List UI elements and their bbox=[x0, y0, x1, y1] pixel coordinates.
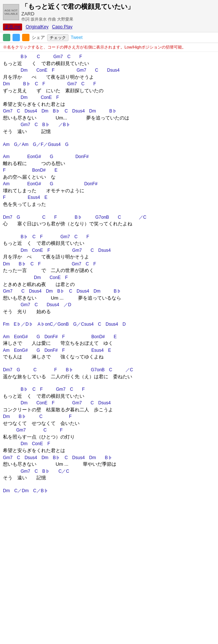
chord-line: Gm7 C Dsus4 ／D bbox=[3, 302, 215, 308]
toolbar-icon-3 bbox=[22, 34, 29, 41]
section-9: B♭ C F Gm7 C F もっと近 く で君の横顔見ていたい Dm ConE… bbox=[3, 387, 215, 482]
lyric-line: たった一言 で 二人の世界が謎めく bbox=[3, 267, 215, 274]
lyric-line: あの空へ届くといい な bbox=[3, 173, 215, 181]
section-7: Am EonG# G DonF# F BonD# E 淋しさで 人は愛に 苛立ち… bbox=[3, 334, 215, 361]
lyric-line: 心 塞ぐ日はいつも君が傍（となり）で笑ってくれたよね bbox=[3, 220, 215, 228]
section-6: Fm E♭／D♭ A♭onC／GonB G／Csus4 C Dsus4 D bbox=[3, 322, 215, 328]
chord-line: Gm7 C B♭ C／C bbox=[3, 469, 215, 475]
blank-5 bbox=[3, 318, 215, 322]
lyric-line: そう 遠い 記憶 bbox=[3, 128, 215, 135]
chord-line: Am EonG# G DonF# bbox=[3, 181, 215, 187]
section-2: Am G／Am G／F／Gsus4 G bbox=[3, 142, 215, 148]
lyric-line: せつなくて せつなくて 会いたい bbox=[3, 420, 215, 427]
blank-3 bbox=[3, 211, 215, 215]
lyric-line: 私を照らす一点（ひとつ）の灯り bbox=[3, 433, 215, 441]
check-button[interactable]: チェック bbox=[47, 34, 68, 41]
lyric-line: 月を浮か べ て夜を語り明かそうよ bbox=[3, 74, 215, 81]
chord-line: Gm7 C Dsus4 Dm B♭ C Dsus4 Dm B♭ bbox=[3, 455, 215, 461]
lyric-line: ずっと見え ず にいた 素顔探していたの bbox=[3, 87, 215, 94]
artist-name: ZARD bbox=[21, 11, 134, 17]
chord-line: Am EonG# G DonF# bbox=[3, 154, 215, 160]
chord-line: Dm ConE F bbox=[3, 95, 215, 101]
lyric-line: もっと近 く で君の横顔見ていたい bbox=[3, 60, 215, 67]
album-image: AGE NOT VAILABLE bbox=[3, 4, 19, 20]
lyric-line: 想いも尽きない Um ... 華やいだ季節は bbox=[3, 461, 215, 468]
chord-line: Am EonG# G DonF# F BonD# E bbox=[3, 334, 215, 340]
chord-line: B♭ C Gm7 C F bbox=[3, 54, 215, 60]
chord-line: Dm C／Dm C／B♭ bbox=[3, 488, 215, 494]
song-title: 「もっと近くで君の横顔見ていたい」 bbox=[21, 2, 134, 11]
blank-2 bbox=[3, 150, 215, 154]
chord-line: B♭ C F Gm7 C F bbox=[3, 234, 215, 240]
chord-line: Fm E♭／D♭ A♭onC／GonB G／Csus4 C Dsus4 D bbox=[3, 322, 215, 328]
chord-line: Dm ConE F bbox=[3, 275, 215, 281]
chord-line: Am EonG# G DonF# F Esus4 E bbox=[3, 348, 215, 354]
section-5: B♭ C F Gm7 C F もっと近 く で君の横顔見ていたい Dm ConE… bbox=[3, 234, 215, 315]
section-8: Dm7 G C F B♭ G7onB C ／C 遥かな旅をしている 二人の行く先… bbox=[3, 367, 215, 380]
notice-text: ※名をクリックすると、コードの押さえ方が右側に表示されます。Low/Highポジ… bbox=[0, 43, 218, 52]
blank-1 bbox=[3, 138, 215, 142]
lyric-line: 離れる程に つのる想い bbox=[3, 160, 215, 167]
lyric-line: もっと近 く で君の横顔見ていたい bbox=[3, 240, 215, 247]
section-3: Am EonG# G DonF# 離れる程に つのる想い F BonD# E あ… bbox=[3, 154, 215, 208]
toolbar: シェア チェック Tweet bbox=[0, 32, 218, 43]
chord-line: Dm7 G C F B♭ G7onB C ／C bbox=[3, 367, 215, 373]
song-credits: 作詞 坂井泉水 作曲 大野愛果 bbox=[21, 17, 134, 22]
lyric-line: もっと近 く で君の横顔見ていたい bbox=[3, 393, 215, 400]
section-4: Dm7 G C F B♭ G7onB C ／C 心 塞ぐ日はいつも君が傍（となり… bbox=[3, 215, 215, 228]
chord-line: Dm ConE F Gm7 C Dsus4 bbox=[3, 68, 215, 74]
toolbar-icon-2 bbox=[13, 34, 20, 41]
blank-8 bbox=[3, 383, 215, 387]
lyric-line: そう 光り 始める bbox=[3, 308, 215, 315]
blank-9 bbox=[3, 484, 215, 488]
song-body: B♭ C Gm7 C F もっと近 く で君の横顔見ていたい Dm ConE F… bbox=[0, 52, 218, 499]
chord-line: F BonD# E bbox=[3, 168, 215, 173]
lyric-line: 想いも尽きない Um... 夢を追っていたのは bbox=[3, 114, 215, 122]
chord-line: B♭ C F Gm7 C F bbox=[3, 387, 215, 393]
lyric-line: 希望と安らぎをくれた君とは bbox=[3, 447, 215, 454]
chord-line: Dm ConE F Gm7 C Dsus4 bbox=[3, 400, 215, 406]
rakuten-badge: 楽器.me bbox=[3, 24, 22, 31]
chord-line: Dm B♭ C F Gm7 C F bbox=[3, 261, 215, 267]
lyric-line: そう 遠い 記憶 bbox=[3, 474, 215, 482]
lyric-line: 壊れてしまった オモチャのように bbox=[3, 187, 215, 194]
lyric-line: ときめきと眠れぬ夜 は君との bbox=[3, 281, 215, 288]
section-1: B♭ C Gm7 C F もっと近 く で君の横顔見ていたい Dm ConE F… bbox=[3, 54, 215, 135]
lyric-line: 淋しさで 人は愛に 苛立ちをおぼえて ゆく bbox=[3, 340, 215, 347]
lyric-line: 月を浮か べ て夜を語り明かそうよ bbox=[3, 253, 215, 261]
chord-line: F Esus4 E bbox=[3, 195, 215, 201]
chord-line: Gm7 C F bbox=[3, 427, 215, 433]
chord-line: Dm7 G C F B♭ G7onB C ／C bbox=[3, 215, 215, 221]
capo-play-link[interactable]: Capo Play bbox=[52, 24, 72, 29]
toolbar-icon-1 bbox=[3, 34, 10, 41]
lyric-line: 遥かな旅をしている 二人の行く先（え）は君に 委ねたい bbox=[3, 373, 215, 380]
lyric-line: 色を失ってしまった bbox=[3, 201, 215, 208]
original-key-link[interactable]: OriginalKey bbox=[26, 24, 49, 29]
chord-line: Gm7 C B♭ ／B♭ bbox=[3, 122, 215, 128]
tweet-button[interactable]: Tweet bbox=[71, 35, 82, 40]
blank-6 bbox=[3, 330, 215, 334]
lyric-line: でも人は 淋しさで 強くなってゆくよね bbox=[3, 353, 215, 361]
chord-line: Dm B♭ C F bbox=[3, 414, 215, 420]
lyric-line: 想いも尽きない Um ... 夢を追っているなら bbox=[3, 294, 215, 302]
lyric-line: コンクリートの壁 枯葉散る夕暮れ二人 歩こうよ bbox=[3, 406, 215, 414]
section-10: Dm C／Dm C／B♭ bbox=[3, 488, 215, 494]
chord-line: Am G／Am G／F／Gsus4 G bbox=[3, 142, 215, 148]
header-area: AGE NOT VAILABLE 「もっと近くで君の横顔見ていたい」 ZARD … bbox=[0, 0, 218, 32]
chord-line: Dm B♭ C F Gm7 C F bbox=[3, 81, 215, 87]
chord-line: Gm7 C Dsus4 Dm B♭ C Dsus4 Dm B♭ bbox=[3, 108, 215, 114]
blank-4 bbox=[3, 230, 215, 234]
chord-line: Dm ConE F bbox=[3, 441, 215, 447]
chord-line: Dm ConE F Gm7 C Dsus4 bbox=[3, 248, 215, 254]
chord-line: Gm7 C Dsus4 Dm B♭ C Dsus4 Dm B♭ bbox=[3, 289, 215, 294]
share-button[interactable]: シェア bbox=[32, 35, 45, 41]
lyric-line: 希望と安らぎをくれた君とは bbox=[3, 101, 215, 108]
blank-7 bbox=[3, 364, 215, 367]
